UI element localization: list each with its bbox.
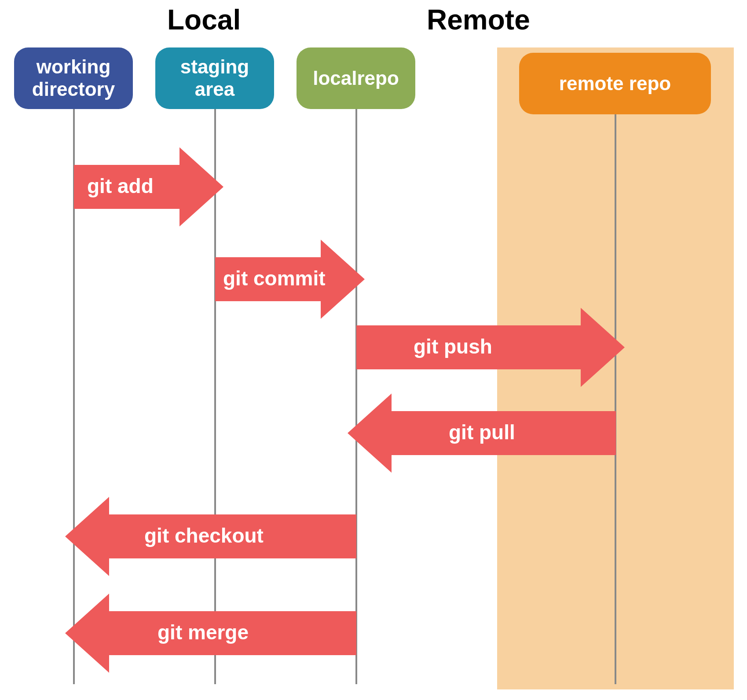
arrow-git-add-label: git add xyxy=(87,175,154,197)
lane-remote-repo-label: remote repo xyxy=(559,73,671,95)
arrow-git-merge: git merge xyxy=(65,594,356,673)
lane-staging-area: staging area xyxy=(155,47,274,109)
arrow-git-pull-label: git pull xyxy=(449,421,515,444)
section-title-local: Local xyxy=(167,4,241,36)
lane-local-repo-label: localrepo xyxy=(313,67,399,90)
lane-remote-repo: remote repo xyxy=(519,53,711,114)
lane-local-repo: localrepo xyxy=(297,47,415,109)
arrow-git-push-label: git push xyxy=(414,335,492,358)
arrow-git-pull: git pull xyxy=(348,394,616,473)
arrow-git-commit-label: git commit xyxy=(223,267,326,290)
arrow-git-checkout-label: git checkout xyxy=(144,524,264,547)
arrow-git-push: git push xyxy=(356,308,625,387)
lane-working-directory-label: working directory xyxy=(18,56,128,100)
lane-working-directory: working directory xyxy=(14,47,133,109)
arrow-git-commit: git commit xyxy=(215,240,365,319)
arrow-git-checkout: git checkout xyxy=(65,497,356,576)
lane-staging-area-label: staging area xyxy=(160,56,270,100)
section-title-remote: Remote xyxy=(427,4,530,36)
arrow-git-add: git add xyxy=(74,147,223,226)
arrow-git-merge-label: git merge xyxy=(157,621,249,644)
